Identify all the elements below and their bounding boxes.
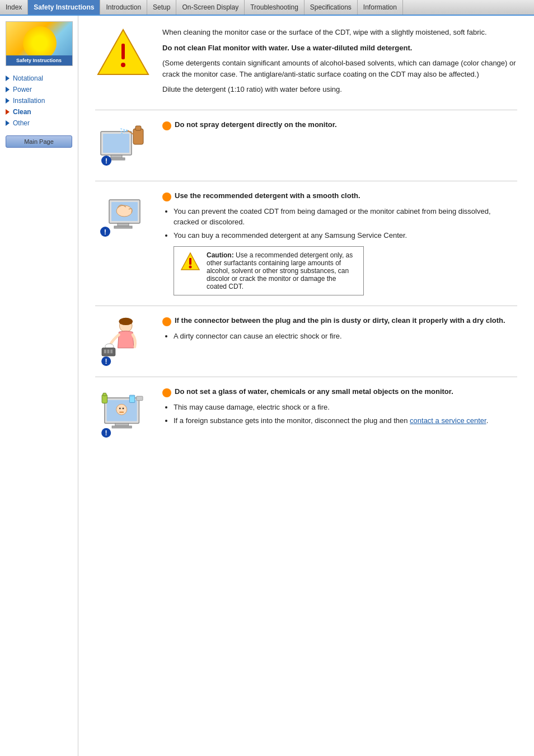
svg-rect-1 <box>121 44 125 59</box>
nav-setup[interactable]: Setup <box>147 0 176 15</box>
dusty-connector-heading: If the connector between the plug and th… <box>175 316 505 325</box>
no-items-bullet-2: If a foreign substance gets into the mon… <box>174 415 517 426</box>
sidebar-item-clean[interactable]: Clean <box>0 106 78 118</box>
svg-rect-37 <box>112 426 132 428</box>
section-dusty-connector: ! If the connector between the plug and … <box>95 316 517 377</box>
section-no-spray: ! Do not spray detergent directly on the… <box>95 120 517 181</box>
arrow-icon-clean <box>6 109 10 115</box>
nav-introduction[interactable]: Introduction <box>100 0 147 15</box>
sidebar-item-power[interactable]: Power <box>0 84 78 95</box>
section-4-image: ! <box>95 316 151 367</box>
svg-point-19 <box>116 205 132 217</box>
nav-on-screen-display[interactable]: On-Screen Display <box>176 0 245 15</box>
section-4-text: If the connector between the plug and th… <box>162 316 517 346</box>
main-content: When cleaning the monitor case or the su… <box>78 16 534 756</box>
sidebar-item-installation[interactable]: Installation <box>0 95 78 106</box>
nav-index[interactable]: Index <box>0 0 28 15</box>
section-3-top: ! Use the recommended detergent with a s… <box>95 191 517 296</box>
no-spray-heading: Do not spray detergent directly on the m… <box>175 120 337 129</box>
connector-bullet-1: A dirty connector can cause an electric … <box>174 331 517 342</box>
svg-text:!: ! <box>105 157 107 165</box>
orange-dot-icon-5 <box>162 388 171 397</box>
svg-text:!: ! <box>105 358 107 365</box>
section-4-top: ! If the connector between the plug and … <box>95 316 517 367</box>
orange-dot-icon-4 <box>162 317 171 326</box>
cleaning-intro-p3: (Some detergents contain significant amo… <box>162 58 517 79</box>
nav-information[interactable]: Information <box>358 0 403 15</box>
logo-label: Safety Instructions <box>6 55 72 65</box>
section-3-image: ! <box>95 191 151 242</box>
section-2-heading: Do not spray detergent directly on the m… <box>162 120 517 129</box>
svg-text:!: ! <box>104 228 106 236</box>
person-cleaning-illustration: ! <box>95 316 151 367</box>
arrow-icon-power <box>6 87 10 92</box>
svg-rect-29 <box>104 350 106 354</box>
arrow-icon-notational <box>6 76 10 81</box>
recommended-detergent-list: You can prevent the coated CDT from bein… <box>174 206 517 241</box>
main-page-button[interactable]: Main Page <box>6 135 72 148</box>
bullet-2: You can buy a recommended detergent at a… <box>174 230 517 241</box>
nav-troubleshooting[interactable]: Troubleshooting <box>245 0 305 15</box>
caution-box: Caution: Use a recommended detergent onl… <box>174 246 364 295</box>
arrow-icon-installation <box>6 98 10 104</box>
svg-point-40 <box>119 407 121 409</box>
svg-rect-23 <box>189 258 191 265</box>
caution-triangle-icon <box>180 251 201 274</box>
section-2-top: ! Do not spray detergent directly on the… <box>95 120 517 171</box>
svg-rect-8 <box>135 126 141 130</box>
recommended-detergent-heading: Use the recommended detergent with a smo… <box>175 191 360 200</box>
section-cleaning-intro: When cleaning the monitor case or the su… <box>95 27 517 110</box>
orange-dot-icon-2 <box>162 121 171 130</box>
section-1-image <box>95 27 151 77</box>
svg-point-38 <box>116 404 127 415</box>
svg-rect-44 <box>137 396 143 401</box>
monitor-items-illustration: ! <box>95 387 151 438</box>
caution-label: Caution: <box>207 251 234 259</box>
warning-triangle-icon <box>95 27 151 77</box>
sidebar-item-notational[interactable]: Notational <box>0 73 78 84</box>
sidebar-menu: Notational Power Installation Clean Othe… <box>0 71 78 131</box>
main-layout: Safety Instructions Notational Power Ins… <box>0 16 534 756</box>
section-no-items-on-monitor: ! Do not set a glass of water, chemicals… <box>95 387 517 448</box>
section-5-text: Do not set a glass of water, chemicals o… <box>162 387 517 430</box>
spray-illustration: ! <box>95 120 151 171</box>
section-5-top: ! Do not set a glass of water, chemicals… <box>95 387 517 438</box>
no-items-list: This may cause damage, electric shock or… <box>174 402 517 426</box>
orange-dot-icon-3 <box>162 192 171 201</box>
svg-rect-46 <box>103 393 106 396</box>
section-2-image: ! <box>95 120 151 171</box>
svg-point-24 <box>189 266 192 269</box>
section-4-heading: If the connector between the plug and th… <box>162 316 517 325</box>
dusty-connector-list: A dirty connector can cause an electric … <box>174 331 517 342</box>
section-5-heading: Do not set a glass of water, chemicals o… <box>162 387 517 396</box>
section-recommended-detergent: ! Use the recommended detergent with a s… <box>95 191 517 307</box>
svg-point-2 <box>121 63 125 67</box>
cleaning-intro-p1: When cleaning the monitor case or the su… <box>162 27 517 38</box>
svg-text:!: ! <box>105 429 107 437</box>
logo-flower <box>23 26 57 60</box>
section-1-top: When cleaning the monitor case or the su… <box>95 27 517 100</box>
cloth-illustration: ! <box>95 191 151 242</box>
nav-bar: Index Safety Instructions Introduction S… <box>0 0 534 16</box>
bullet-1: You can prevent the coated CDT from bein… <box>174 206 517 228</box>
arrow-icon-other <box>6 120 10 126</box>
section-3-text: Use the recommended detergent with a smo… <box>162 191 517 296</box>
svg-rect-17 <box>118 223 129 226</box>
svg-point-41 <box>123 407 124 409</box>
no-items-bullet-1: This may cause damage, electric shock or… <box>174 402 517 413</box>
section-1-text: When cleaning the monitor case or the su… <box>162 27 517 100</box>
sidebar-item-other[interactable]: Other <box>0 118 78 129</box>
caution-text: Caution: Use a recommended detergent onl… <box>207 251 358 290</box>
nav-specifications[interactable]: Specifications <box>305 0 358 15</box>
section-3-heading: Use the recommended detergent with a smo… <box>162 191 517 200</box>
section-2-text: Do not spray detergent directly on the m… <box>162 120 517 135</box>
svg-rect-30 <box>107 350 110 354</box>
svg-rect-31 <box>110 350 113 354</box>
svg-rect-36 <box>115 423 129 426</box>
cleaning-intro-p2-bold: Do not clean Flat monitor with water. Us… <box>162 43 517 54</box>
nav-safety-instructions[interactable]: Safety Instructions <box>28 0 100 15</box>
cleaning-intro-p4: Dilute the detergent (1:10 ratio) with w… <box>162 84 517 95</box>
svg-point-26 <box>119 318 133 325</box>
section-5-image: ! <box>95 387 151 438</box>
contact-service-center-link[interactable]: contact a service center <box>410 416 486 425</box>
